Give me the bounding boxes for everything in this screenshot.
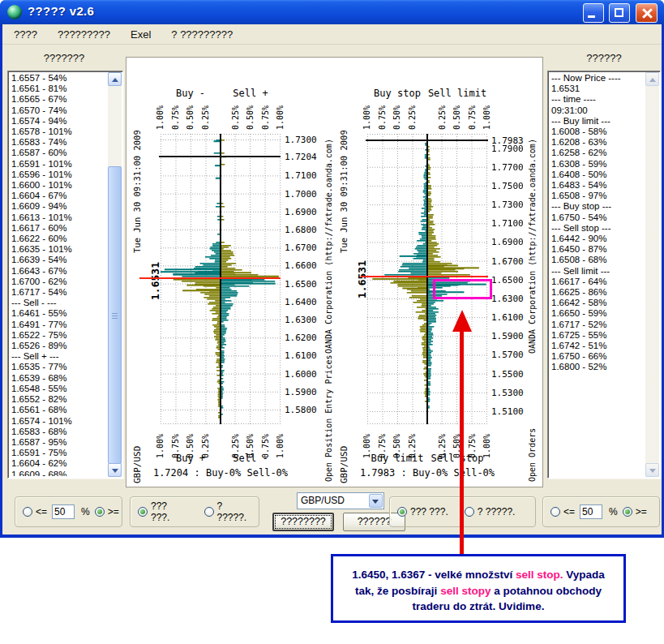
list-item[interactable]: 1.6591 - 75% [11,448,107,458]
scroll-down-button[interactable] [645,463,659,477]
list-item[interactable]: 1.6574 - 94% [11,116,107,127]
list-item[interactable]: 1.6717 - 54% [11,287,107,298]
chart-panel [126,57,543,487]
red-arrow-head [452,310,472,332]
list-item[interactable]: 1.6526 - 89% [11,341,107,351]
dropdown-button[interactable] [369,494,383,508]
mode-option-radio[interactable] [397,507,407,517]
mode-option-radio[interactable] [204,507,214,517]
list-item[interactable]: 1.6650 - 59% [551,308,645,319]
list-item[interactable]: 1.6750 - 66% [551,351,645,362]
left-listbox[interactable]: 1.6557 - 54%1.6561 - 81%1.6565 - 67%1.65… [7,71,123,479]
le-radio[interactable] [23,507,32,517]
left-scrollbar[interactable] [108,72,122,477]
list-item[interactable]: 1.6800 - 52% [551,362,645,372]
list-item[interactable]: --- Sell - --- [11,298,107,308]
threshold-input[interactable] [580,504,602,519]
minimize-button[interactable] [583,3,604,23]
list-item[interactable]: 1.6578 - 101% [11,127,107,137]
menu-item[interactable]: ? ????????? [168,28,236,41]
list-item[interactable]: 1.6591 - 101% [11,159,107,170]
list-item[interactable]: 1.6574 - 101% [11,416,107,427]
mode-option-radio[interactable] [465,507,474,517]
list-item[interactable]: 1.6491 - 77% [11,320,107,330]
list-item[interactable]: 1.6639 - 54% [11,255,107,265]
list-item[interactable]: 1.6450 - 87% [551,244,645,255]
list-item[interactable]: 1.6539 - 68% [11,373,107,384]
annotation-line: tak, že posbíraji sell stopy a potahnou … [333,583,623,599]
list-item[interactable]: 1.6548 - 55% [11,384,107,394]
list-item[interactable]: --- Buy stop --- [551,201,645,212]
list-item[interactable]: 1.6561 - 81% [11,84,107,94]
scrollbar-thumb[interactable] [108,166,122,464]
right-listbox[interactable]: --- Now Price ----1.6531--- time ----09:… [547,71,661,479]
ge-radio[interactable] [623,507,632,517]
list-item[interactable]: --- Sell + --- [11,351,107,362]
list-item[interactable]: 1.6208 - 63% [551,137,645,148]
list-item[interactable]: 1.6508 - 68% [551,255,645,265]
scroll-up-button[interactable] [108,72,122,86]
list-item[interactable]: 1.6308 - 59% [551,159,645,170]
list-item[interactable]: 1.6596 - 101% [11,170,107,180]
list-item[interactable]: 1.6258 - 62% [551,148,645,158]
menu-item[interactable]: ???? [11,28,41,41]
scroll-down-button[interactable] [108,463,122,477]
list-item[interactable]: 1.6483 - 54% [551,180,645,191]
currency-pair-select[interactable]: GBP/USD [297,492,384,509]
list-item[interactable]: 1.6531 [551,84,645,94]
mode-option-label: ? ?????. [217,500,255,523]
le-radio[interactable] [550,507,560,517]
list-item[interactable]: 1.6461 - 55% [11,308,107,319]
list-item[interactable]: 1.6604 - 62% [11,458,107,469]
list-item[interactable]: --- Now Price ---- [551,73,645,84]
page: ????? v2.6 ?????????????Exel? ????????? … [0,0,664,644]
list-item[interactable]: 1.6609 - 68% [11,470,107,476]
right-scrollbar[interactable] [645,72,659,477]
list-item[interactable]: 1.6408 - 50% [551,170,645,180]
list-item[interactable]: 1.6725 - 55% [551,330,645,341]
threshold-input[interactable] [52,504,75,519]
list-item[interactable]: 1.6742 - 51% [551,341,645,351]
list-item[interactable]: 1.6561 - 68% [11,405,107,415]
list-item[interactable]: --- Sell limit --- [551,266,645,277]
apply-button[interactable]: ???????? [272,513,334,531]
list-item[interactable]: 1.6643 - 67% [11,266,107,277]
list-item[interactable]: 1.6635 - 101% [11,244,107,255]
list-item[interactable]: 1.6750 - 54% [551,213,645,223]
list-item[interactable]: 1.6625 - 86% [551,287,645,298]
list-item[interactable]: 1.6442 - 90% [551,234,645,244]
list-item[interactable]: 1.6570 - 74% [11,105,107,116]
list-item[interactable]: 1.6609 - 94% [11,201,107,212]
list-item[interactable]: --- Buy limit --- [551,116,645,127]
list-item[interactable]: 1.6552 - 82% [11,394,107,405]
list-item[interactable]: --- time ---- [551,94,645,105]
list-item[interactable]: 1.6617 - 64% [551,277,645,287]
list-item[interactable]: 1.6700 - 62% [11,277,107,287]
list-item[interactable]: 1.6508 - 97% [551,191,645,201]
list-item[interactable]: 09:31:00 [551,105,645,116]
list-item[interactable]: 1.6717 - 52% [551,320,645,330]
list-item[interactable]: 1.6604 - 67% [11,191,107,201]
list-item[interactable]: 1.6617 - 60% [11,223,107,234]
list-item[interactable]: --- Sell stop --- [551,223,645,234]
menu-item[interactable]: ????????? [54,28,114,41]
list-item[interactable]: 1.6522 - 75% [11,330,107,341]
ge-radio[interactable] [95,507,105,517]
list-item[interactable]: 1.6557 - 54% [11,73,107,84]
list-item[interactable]: 1.6583 - 74% [11,137,107,148]
list-item[interactable]: 1.6642 - 58% [551,298,645,308]
scroll-up-button[interactable] [645,72,659,86]
list-item[interactable]: 1.6622 - 60% [11,234,107,244]
list-item[interactable]: 1.6565 - 67% [11,94,107,105]
list-item[interactable]: 1.6587 - 60% [11,148,107,158]
menu-item[interactable]: Exel [127,28,154,41]
list-item[interactable]: 1.6008 - 58% [551,127,645,137]
list-item[interactable]: 1.6535 - 77% [11,362,107,372]
list-item[interactable]: 1.6613 - 101% [11,213,107,223]
list-item[interactable]: 1.6583 - 68% [11,427,107,437]
mode-option-radio[interactable] [138,507,148,517]
list-item[interactable]: 1.6600 - 101% [11,180,107,191]
maximize-button[interactable] [609,3,630,23]
list-item[interactable]: 1.6587 - 95% [11,437,107,448]
close-button[interactable] [636,3,658,23]
